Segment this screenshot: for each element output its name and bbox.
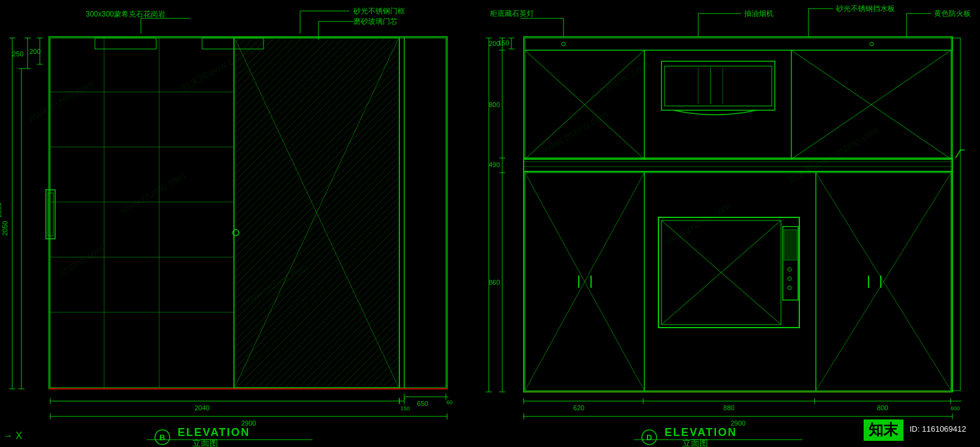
svg-text:300x300蒙希克石花岗岩: 300x300蒙希克石花岗岩 [86,10,165,18]
arrow-text: → X [3,430,22,441]
svg-text:490: 490 [489,161,500,168]
svg-text:磨砂玻璃门芯: 磨砂玻璃门芯 [353,17,398,26]
svg-text:880: 880 [723,404,734,411]
left-drawing: www.znzmo.com www.znzmo.com znzmo.com 知末… [0,0,484,447]
svg-text:800: 800 [877,404,888,411]
svg-text:2040: 2040 [195,404,209,411]
svg-text:200: 200 [29,48,40,55]
svg-text:150: 150 [401,405,410,411]
svg-rect-76 [484,0,980,447]
svg-text:ID: 1161069412: ID: 1161069412 [910,424,967,434]
svg-text:立面图: 立面图 [682,438,708,447]
svg-text:立面图: 立面图 [192,438,218,447]
svg-text:知末: 知末 [868,422,899,438]
right-panel: www.znzmo.com www.znzmo.com 知末网www.znzmo… [484,0,980,447]
svg-text:抽油烟机: 抽油烟机 [744,9,774,18]
arrow-indicator: → X [3,429,22,442]
svg-text:砂光不锈钢挡水板: 砂光不锈钢挡水板 [835,4,895,13]
main-container: www.znzmo.com www.znzmo.com znzmo.com 知末… [0,0,980,447]
svg-text:砂光不锈钢门框: 砂光不锈钢门框 [353,7,405,15]
svg-text:60: 60 [447,399,453,405]
svg-text:650: 650 [417,400,428,407]
svg-text:2050: 2050 [1,221,9,236]
svg-text:D: D [646,433,652,442]
right-drawing: www.znzmo.com www.znzmo.com 知末网www.znzmo… [484,0,980,447]
svg-text:250: 250 [12,50,23,58]
svg-text:B: B [159,433,165,442]
svg-text:620: 620 [573,404,584,411]
svg-rect-126 [784,230,797,260]
svg-text:600: 600 [951,405,960,411]
svg-text:ELEVATION: ELEVATION [665,426,737,438]
svg-text:柜底藏石英灯: 柜底藏石英灯 [489,9,534,18]
svg-text:2500: 2500 [0,203,2,217]
left-panel: www.znzmo.com www.znzmo.com znzmo.com 知末… [0,0,484,447]
svg-text:150: 150 [498,39,509,47]
svg-text:ELEVATION: ELEVATION [178,426,250,438]
svg-text:800: 800 [489,101,500,108]
svg-text:黄色防火板: 黄色防火板 [934,9,971,18]
svg-text:860: 860 [489,279,500,286]
